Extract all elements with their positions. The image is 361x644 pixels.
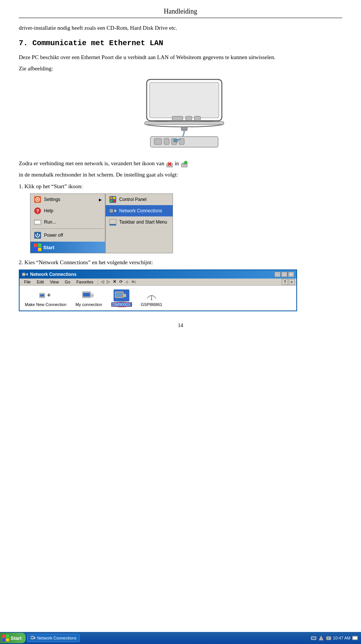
step2-text: 2. Kies “Network Connections” en het vol… <box>19 259 342 266</box>
taskbar-tray: ! 10:47 AM <box>308 635 361 641</box>
nc-menubar: File Edit View Go Favorites ◁ ▷ ✕ ⟳ ⌂ ≡↕… <box>20 279 296 286</box>
menu-file[interactable]: File <box>21 279 34 285</box>
svg-rect-4 <box>194 116 200 121</box>
svg-rect-36 <box>113 197 115 199</box>
section-body: Deze PC beschikt over een Ethernet Poort… <box>19 53 342 62</box>
maximize-button[interactable]: □ <box>281 272 287 277</box>
make-new-connection-icon: + <box>38 289 53 301</box>
taskbar-time: 10:47 AM <box>333 636 350 640</box>
svg-rect-49 <box>40 294 44 297</box>
tray-icon-2: ! <box>318 635 324 641</box>
svg-rect-2 <box>172 116 183 121</box>
submenu-taskbar-startmenu[interactable]: Taskbar and Start Menu <box>106 216 173 228</box>
svg-rect-33 <box>38 248 41 251</box>
network-connections-icon <box>109 207 117 215</box>
svg-rect-32 <box>34 248 37 251</box>
nc-item-gspi86861[interactable]: GSPI86861 <box>141 289 162 307</box>
svg-rect-44 <box>109 224 116 225</box>
toolbar-icon-1[interactable]: ◁ <box>100 279 105 285</box>
network-para: Zodra er verbinding met een network is, … <box>19 158 342 180</box>
svg-rect-27 <box>35 221 40 224</box>
start-item-help[interactable]: ? Help <box>30 205 105 216</box>
svg-rect-7 <box>181 127 187 131</box>
menu-go[interactable]: Go <box>62 279 73 285</box>
taskbar-start-button[interactable]: Start <box>0 633 26 643</box>
taskbar: Start Network Connections ! 10:47 AM <box>0 632 361 644</box>
section-heading: 7. Communicatie met Ethernet LAN <box>19 39 342 47</box>
nc-close-x[interactable]: × <box>289 279 295 285</box>
start-item-settings[interactable]: Settings ▶ <box>30 194 105 205</box>
nc-item-dm9000x[interactable]: DM9000X <box>111 289 132 307</box>
svg-rect-62 <box>6 635 9 638</box>
menu-favorites[interactable]: Favorites <box>73 279 96 285</box>
settings-icon <box>33 195 42 204</box>
svg-rect-61 <box>2 635 5 638</box>
menu-edit[interactable]: Edit <box>34 279 47 285</box>
toolbar-icon-3[interactable]: ✕ <box>112 279 117 285</box>
svg-text:!: ! <box>321 638 322 640</box>
svg-point-60 <box>151 299 152 300</box>
dm9000x-circle: DM9000X <box>111 302 132 307</box>
svg-point-23 <box>37 199 38 200</box>
taskbar-active-item[interactable]: Network Connections <box>27 634 80 642</box>
taskbar-windows-logo <box>2 635 9 641</box>
nc-titlebar-buttons: _ □ × <box>275 272 294 277</box>
close-button[interactable]: × <box>288 272 294 277</box>
svg-rect-9 <box>154 139 162 145</box>
toolbar-icon-sort[interactable]: ≡↕ <box>130 279 138 285</box>
settings-submenu: Control Panel Network Connections <box>105 193 173 253</box>
help-icon: ? <box>33 207 42 215</box>
nc-item-my-connection[interactable]: My connection <box>76 289 102 307</box>
tray-icon-4 <box>352 635 358 641</box>
svg-rect-43 <box>109 219 116 224</box>
minimize-button[interactable]: _ <box>275 272 281 277</box>
submenu-control-panel[interactable]: Control Panel <box>106 194 173 205</box>
control-panel-icon <box>109 195 117 204</box>
svg-rect-1 <box>150 82 219 118</box>
nc-titlebar: Network Connections _ □ × <box>20 270 296 279</box>
svg-rect-38 <box>113 200 115 202</box>
make-new-connection-label: Make New Connection <box>25 302 67 307</box>
start-button-area[interactable]: Start <box>30 242 105 253</box>
nc-title: Network Connections <box>22 271 76 277</box>
nc-item-make-new-connection[interactable]: + Make New Connection <box>25 289 67 307</box>
my-connection-label: My connection <box>76 302 102 307</box>
dm9000x-icon <box>114 289 129 301</box>
svg-rect-64 <box>6 638 9 641</box>
svg-rect-72 <box>326 636 331 640</box>
nc-help-button[interactable]: ? × <box>282 279 295 285</box>
gspi86861-icon <box>144 289 159 301</box>
svg-rect-13 <box>174 139 177 142</box>
tray-icon-3 <box>326 635 332 641</box>
ethernet-svg <box>117 76 244 151</box>
menu-view[interactable]: View <box>47 279 62 285</box>
taskbar-icon <box>109 218 117 226</box>
svg-point-20 <box>184 161 187 164</box>
network-icon-connected <box>180 160 188 168</box>
svg-rect-6 <box>145 122 224 125</box>
page-number: 14 <box>19 323 342 329</box>
svg-rect-56 <box>116 293 123 297</box>
submenu-network-connections[interactable]: Network Connections <box>106 205 173 216</box>
start-item-run[interactable]: Run... <box>30 216 105 228</box>
nc-window-icon <box>22 271 28 277</box>
svg-rect-31 <box>38 244 41 247</box>
nc-connections-area: + Make New Connection My connection <box>20 286 296 311</box>
svg-text:?: ? <box>36 208 39 214</box>
svg-rect-67 <box>34 637 35 639</box>
taskbar-nc-icon <box>30 635 36 641</box>
start-menu-screenshot: Settings ▶ ? Help <box>30 193 180 253</box>
my-connection-icon <box>81 289 97 301</box>
network-icon-disconnected <box>166 160 173 168</box>
svg-rect-63 <box>2 638 5 641</box>
step1-text: 1. Klik op het “Start” ikoon: <box>19 183 342 190</box>
svg-rect-76 <box>353 637 357 639</box>
svg-rect-35 <box>110 197 112 199</box>
start-item-poweroff[interactable]: Power off <box>30 230 105 241</box>
toolbar-icon-5[interactable]: ⌂ <box>124 279 129 285</box>
tray-icon-1 <box>311 635 317 641</box>
toolbar-icon-2[interactable]: ▷ <box>106 279 111 285</box>
toolbar-icon-4[interactable]: ⟳ <box>118 279 124 285</box>
zie-label: Zie afbeelding: <box>19 65 342 72</box>
svg-rect-57 <box>123 294 126 297</box>
